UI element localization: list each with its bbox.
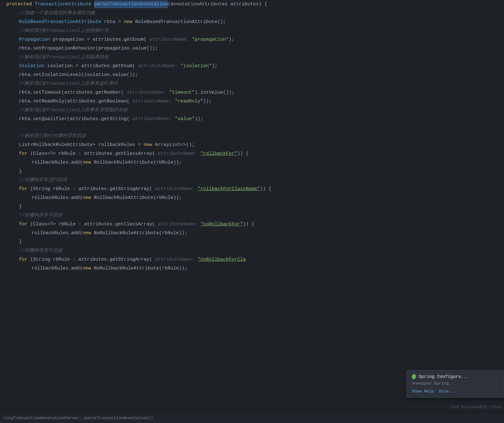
code-token: attributeName: (158, 221, 200, 228)
code-token: (String rbRule : attributes.getStringArr… (30, 256, 155, 264)
watermark: CSDN @HashMap黑龙江分Map (448, 404, 504, 410)
code-line: //解析我们@Transactionl上的事务管理器的名称 (0, 106, 504, 115)
code-token: //解析我们@Transactionl上的事务管理器的名称 (19, 107, 128, 114)
code-token: rbta.setTimeout(attributes.getNumber( (19, 89, 127, 96)
code-line: rbta.setTimeout(attributes.getNumber( at… (0, 88, 504, 97)
popup-title: Spring Configura... (412, 374, 499, 379)
code-token: Propagation (19, 36, 53, 43)
popup-links: Show Help Disa... (412, 389, 499, 394)
code-token: for (19, 256, 30, 264)
code-token: //创建一个基础规则的事务属性对象 (19, 9, 95, 17)
code-token: )); (195, 115, 203, 123)
code-token: "noRollbackFor" (200, 221, 243, 228)
code-token: } (19, 238, 22, 246)
code-token: rollbackRules.add( (32, 159, 83, 166)
code-line: //解析我们@Transactionl上的事务超时事件 (0, 79, 504, 88)
code-token: //对哪种类型不回滚 (19, 247, 62, 255)
code-line: for (Class<?> rbRule : attributes.getCla… (0, 149, 504, 158)
code-token: "isolation" (180, 62, 212, 70)
popup-subtitle: Unmapped Spring... (412, 381, 499, 386)
code-line: //对哪种类型不回滚 (0, 246, 504, 255)
code-token: "rollbackForClassName" (198, 185, 260, 193)
show-help-link[interactable]: Show Help (412, 389, 434, 394)
code-token: RollbackRuleAttribute(rbRule)); (94, 159, 182, 166)
code-line: for (Class<?> rbRule : attributes.getCla… (0, 220, 504, 229)
code-token: "propagation" (192, 36, 229, 43)
code-line: rbta.setPropagationBehavior(propagation.… (0, 44, 504, 53)
code-token: attributeName: (149, 36, 192, 43)
code-token: Isolation (19, 62, 47, 70)
code-token: NoRollbackRuleAttribute(rbRule)); (94, 229, 187, 237)
code-line: List<RollbackRuleAttribute> rollbackRule… (0, 141, 504, 149)
code-token: new (144, 141, 155, 149)
code-token: rbta = (104, 18, 124, 26)
breadcrumb-separator: › (81, 416, 83, 420)
code-token: attributeName: (155, 256, 198, 264)
code-token: RuleBasedTransactionAttribute(); (135, 18, 226, 26)
code-token: protected (6, 1, 35, 8)
code-line: for (String rbRule : attributes.getStrin… (0, 185, 504, 194)
code-token: propagation = attributes.getEnum( (53, 36, 149, 43)
code-token: NoRollbackRuleAttribute(rbRule)); (94, 265, 187, 272)
code-line: rollbackRules.add(new RollbackRuleAttrib… (0, 158, 504, 167)
code-token: "value" (175, 115, 195, 123)
code-line: rollbackRules.add(new NoRollbackRuleAttr… (0, 264, 504, 273)
code-line: rollbackRules.add(new RollbackRuleAttrib… (0, 194, 504, 202)
code-line: for (String rbRule : attributes.getStrin… (0, 255, 504, 264)
code-token: rollbackRules.add( (32, 194, 83, 202)
code-line: //解析我们@Transactionl上的传播行为 (0, 26, 504, 35)
code-token: //解析我们@Transactionl上的传播行为 (19, 27, 109, 35)
code-token: ArrayList<>(); (155, 141, 195, 149)
code-token: "readOnly" (175, 98, 203, 105)
code-line: rbta.setReadOnly(attributes.getBoolean( … (0, 97, 504, 106)
code-token: attributeName: (132, 98, 175, 105)
code-token: } (19, 203, 22, 211)
code-token: rollbackRules.add( (32, 265, 83, 272)
code-token: TransactionAttribute (35, 1, 94, 8)
breadcrumb-part1: ringTransactionAnnotationParser (3, 416, 79, 420)
code-token: //对哪种异常进行回滚 (19, 177, 67, 184)
code-token: parseTransactionAnnotation (94, 1, 168, 8)
code-token: //对哪种异常不回滚 (19, 212, 62, 219)
code-token: (AnnotationAttributes attributes) { (168, 1, 267, 8)
code-token: new (124, 18, 135, 26)
code-token: rbta.setIsolationLevel(isolation.value()… (19, 71, 138, 79)
code-token: (Class<?> rbRule : attributes.getClassAr… (30, 150, 158, 158)
code-token: for (19, 150, 30, 158)
code-token: new (83, 159, 94, 166)
code-token: RollbackRuleAttribute(rbRule)); (94, 194, 182, 202)
code-line: protected TransactionAttribute parseTran… (0, 0, 504, 9)
code-token: attributeName: (155, 185, 198, 193)
code-line: RuleBasedTransactionAttribute rbta = new… (0, 18, 504, 26)
code-token: (String rbRule : attributes.getStringArr… (30, 185, 155, 193)
code-token: } (19, 168, 22, 175)
disable-link[interactable]: Disa... (439, 389, 456, 394)
code-token: attributeName: (132, 115, 175, 123)
code-token: ); (212, 62, 217, 70)
code-line: Isolation isolation = attributes.getEnum… (0, 62, 504, 71)
spring-leaf-icon (411, 374, 417, 380)
code-token: new (83, 194, 94, 202)
code-line: //对哪种异常进行回滚 (0, 176, 504, 185)
code-token: rbta.setQualifier(attributes.getString( (19, 115, 132, 123)
code-token: //解析我们@Transactionl上的隔离级别 (19, 54, 109, 61)
code-line (0, 124, 504, 132)
code-token: attributeName: (158, 150, 200, 158)
breadcrumb: ringTransactionAnnotationParser › parseT… (3, 416, 153, 420)
code-token: )); (203, 98, 212, 105)
code-line: //对哪种异常不回滚 (0, 211, 504, 220)
code-token: )) { (260, 185, 271, 193)
code-token: List<RollbackRuleAttribute> rollbackRule… (19, 141, 144, 149)
code-token: "rollbackFor" (200, 150, 237, 158)
code-line: Propagation propagation = attributes.get… (0, 35, 504, 44)
code-token: attributeName: (138, 62, 180, 70)
code-line: rbta.setIsolationLevel(isolation.value()… (0, 71, 504, 79)
code-token: RuleBasedTransactionAttribute (19, 18, 104, 26)
code-token: attributeName: (127, 89, 169, 96)
code-line: //创建一个基础规则的事务属性对象 (0, 9, 504, 18)
code-token: ); (229, 36, 234, 43)
code-token: )) { (243, 221, 254, 228)
breadcrumb-part2: parseTransactionAnnotation() (84, 416, 153, 420)
code-token: for (19, 221, 30, 228)
code-token: rollbackRules.add( (32, 229, 83, 237)
